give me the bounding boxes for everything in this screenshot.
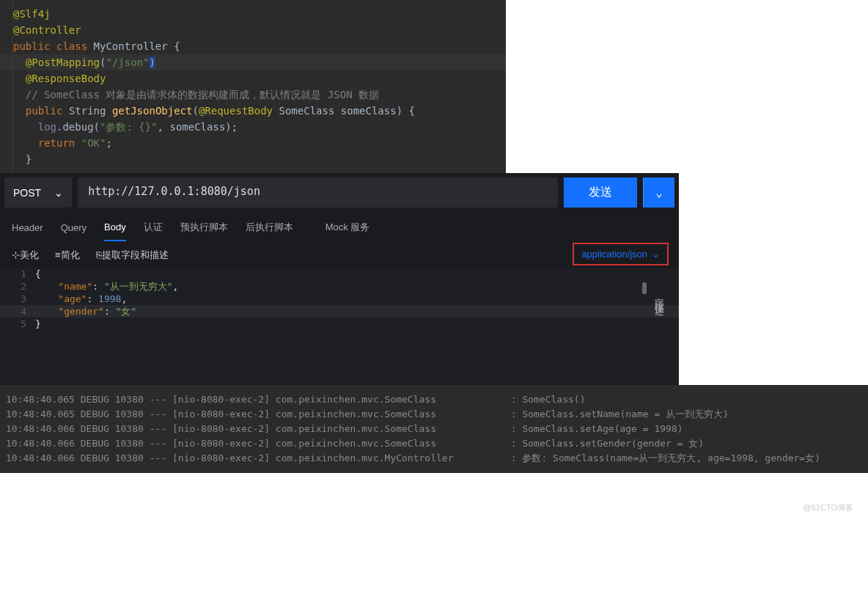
chevron-down-icon: ⌄ (54, 187, 63, 199)
editor-gutter (0, 0, 13, 173)
code-line[interactable]: @ResponseBody (0, 70, 506, 87)
body-toolbar: ⊹美化≡简化⎘提取字段和描述 application/json ⌄ (0, 243, 679, 268)
log-line: 10:48:40.066 DEBUG 10380 --- [nio-8080-e… (6, 422, 862, 436)
scrollbar-thumb[interactable] (642, 282, 647, 294)
send-button[interactable]: 发送 (564, 177, 637, 208)
log-line: 10:48:40.065 DEBUG 10380 --- [nio-8080-e… (6, 392, 862, 407)
log-line: 10:48:40.066 DEBUG 10380 --- [nio-8080-e… (6, 451, 862, 466)
code-line[interactable]: } (0, 151, 506, 167)
json-line[interactable]: 4 "gender": "女" (0, 305, 679, 318)
json-body-editor[interactable]: 1{2 "name": "从一到无穷大",3 "age": 1998,4 "ge… (0, 268, 679, 385)
toolbar-action[interactable]: ⎘提取字段和描述 (96, 249, 169, 262)
mock-service-label[interactable]: Mock 服务 (326, 221, 370, 234)
code-line[interactable]: log.debug("参数: {}", someClass); (0, 119, 506, 135)
code-line[interactable]: @Slf4j (0, 6, 506, 22)
json-line[interactable]: 2 "name": "从一到无穷大", (0, 280, 679, 293)
tab-认证[interactable]: 认证 (144, 213, 163, 241)
code-line[interactable]: public String getJsonObject(@RequestBody… (0, 103, 506, 119)
http-method-select[interactable]: POST ⌄ (4, 177, 72, 208)
code-editor[interactable]: @Slf4j@Controllerpublic class MyControll… (0, 0, 506, 173)
toolbar-action[interactable]: ⊹美化 (12, 249, 39, 262)
field-description-label[interactable]: 字段描述 (652, 290, 666, 301)
tab-预执行脚本[interactable]: 预执行脚本 (180, 213, 228, 241)
json-line[interactable]: 3 "age": 1998, (0, 293, 679, 305)
code-line[interactable]: @Controller (0, 22, 506, 38)
console-output: 10:48:40.065 DEBUG 10380 --- [nio-8080-e… (0, 385, 868, 473)
content-type-select[interactable]: application/json ⌄ (573, 243, 669, 265)
tab-body[interactable]: Body (104, 214, 126, 241)
tab-header[interactable]: Header (12, 215, 43, 241)
chevron-down-icon: ⌄ (652, 249, 660, 260)
chevron-down-icon: ⌄ (655, 186, 663, 199)
json-line[interactable]: 5} (0, 318, 679, 330)
request-bar: POST ⌄ http://127.0.0.1:8080/json 发送 ⌄ (0, 173, 679, 212)
code-line[interactable]: return "OK"; (0, 135, 506, 151)
code-line[interactable]: public class MyController { (0, 38, 506, 54)
tab-后执行脚本[interactable]: 后执行脚本 (246, 213, 293, 241)
tab-query[interactable]: Query (61, 215, 87, 241)
method-label: POST (13, 187, 41, 199)
watermark: @51CTO博客 (0, 473, 868, 521)
api-client-panel: POST ⌄ http://127.0.0.1:8080/json 发送 ⌄ H… (0, 173, 679, 385)
json-line[interactable]: 1{ (0, 268, 679, 280)
send-dropdown[interactable]: ⌄ (643, 177, 674, 208)
toolbar-action[interactable]: ≡简化 (55, 249, 80, 262)
code-line[interactable]: @PostMapping("/json") (0, 54, 506, 70)
code-line[interactable]: // SomeClass 对象是由请求体的数据构建而成，默认情况就是 JSON … (0, 87, 506, 103)
log-line: 10:48:40.066 DEBUG 10380 --- [nio-8080-e… (6, 436, 862, 451)
request-tabs: HeaderQueryBody认证预执行脚本后执行脚本Mock 服务 (0, 212, 679, 243)
log-line: 10:48:40.065 DEBUG 10380 --- [nio-8080-e… (6, 407, 862, 422)
url-input[interactable]: http://127.0.0.1:8080/json (78, 177, 558, 208)
